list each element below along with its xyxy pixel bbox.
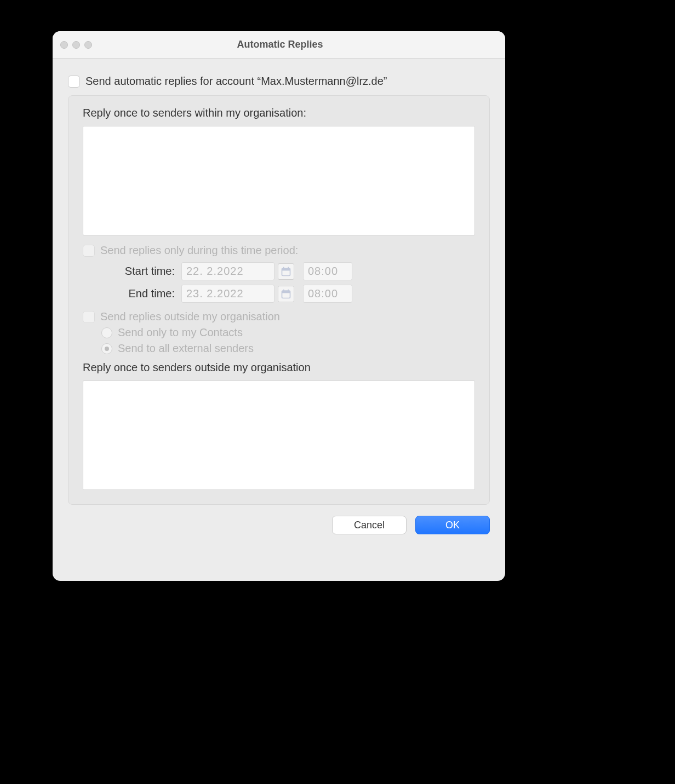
svg-rect-2	[283, 267, 284, 269]
external-replies-row: Send replies outside my organisation	[83, 310, 475, 323]
svg-rect-1	[282, 268, 290, 270]
radio-contacts-row: Send only to my Contacts	[101, 326, 475, 339]
external-replies-label: Send replies outside my organisation	[100, 310, 280, 323]
time-period-row: Send replies only during this time perio…	[83, 244, 475, 257]
window-title: Automatic Replies	[62, 39, 497, 50]
svg-rect-3	[288, 267, 289, 269]
start-time-field[interactable]: 08:00	[303, 262, 352, 280]
end-time-field[interactable]: 08:00	[303, 285, 352, 303]
start-date-field[interactable]: 22. 2.2022	[181, 262, 274, 280]
dialog-content: Send automatic replies for account “Max.…	[53, 59, 505, 546]
enable-auto-replies-row: Send automatic replies for account “Max.…	[68, 75, 490, 88]
time-period-label: Send replies only during this time perio…	[100, 244, 298, 257]
radio-all-label: Send to all external senders	[118, 342, 254, 355]
calendar-icon	[281, 266, 291, 277]
start-date-calendar-button[interactable]	[278, 263, 294, 280]
dialog-window: Automatic Replies Send automatic replies…	[53, 31, 505, 581]
calendar-icon	[281, 289, 291, 299]
internal-reply-label: Reply once to senders within my organisa…	[83, 107, 475, 119]
radio-all-row: Send to all external senders	[101, 342, 475, 355]
time-period-checkbox[interactable]	[83, 245, 95, 257]
enable-auto-replies-checkbox[interactable]	[68, 76, 80, 88]
time-period-grid: Start time: 22. 2.2022 08:00 End time: 2…	[101, 262, 475, 303]
cancel-button[interactable]: Cancel	[332, 516, 407, 534]
external-reply-label: Reply once to senders outside my organis…	[83, 361, 475, 374]
dialog-buttons: Cancel OK	[68, 516, 490, 534]
end-date-calendar-button[interactable]	[278, 286, 294, 302]
svg-rect-7	[288, 289, 289, 291]
internal-reply-textarea[interactable]	[83, 126, 475, 235]
ok-button[interactable]: OK	[415, 516, 490, 534]
radio-all-external[interactable]	[101, 343, 112, 354]
titlebar: Automatic Replies	[53, 31, 505, 59]
external-replies-checkbox[interactable]	[83, 311, 95, 323]
start-time-label: Start time:	[101, 265, 178, 278]
svg-rect-6	[283, 289, 284, 291]
enable-auto-replies-label: Send automatic replies for account “Max.…	[85, 75, 387, 88]
radio-contacts-only[interactable]	[101, 327, 112, 338]
external-scope-radiogroup: Send only to my Contacts Send to all ext…	[101, 326, 475, 355]
radio-contacts-label: Send only to my Contacts	[118, 326, 243, 339]
external-reply-textarea[interactable]	[83, 381, 475, 490]
settings-panel: Reply once to senders within my organisa…	[68, 95, 490, 505]
end-date-field[interactable]: 23. 2.2022	[181, 285, 274, 303]
svg-rect-5	[282, 291, 290, 293]
end-time-label: End time:	[101, 287, 178, 300]
